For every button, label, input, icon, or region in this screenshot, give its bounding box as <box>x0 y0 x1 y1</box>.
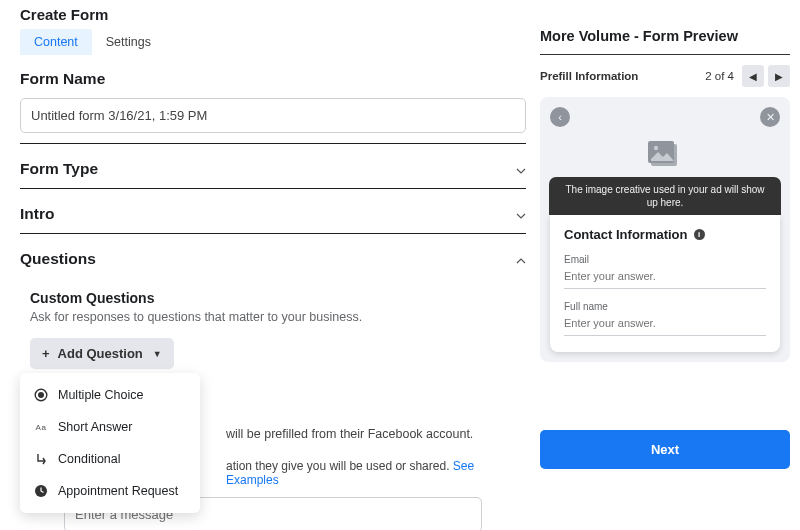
form-type-accordion[interactable]: Form Type <box>20 144 526 189</box>
menu-item-label: Appointment Request <box>58 484 178 498</box>
menu-item-conditional[interactable]: Conditional <box>20 443 200 475</box>
menu-item-multiple-choice[interactable]: Multiple Choice <box>20 379 200 411</box>
caret-down-icon: ▼ <box>153 349 162 359</box>
caret-left-icon: ◀ <box>749 71 757 82</box>
chevron-left-icon: ‹ <box>558 111 562 123</box>
close-icon: ✕ <box>766 111 775 124</box>
menu-item-short-answer[interactable]: Aa Short Answer <box>20 411 200 443</box>
branch-icon <box>34 452 48 466</box>
image-placeholder-icon <box>550 141 780 169</box>
email-input[interactable] <box>564 265 766 289</box>
email-label: Email <box>564 254 766 265</box>
add-question-button[interactable]: + Add Question ▼ <box>30 338 174 369</box>
caret-right-icon: ▶ <box>775 71 783 82</box>
preview-section-label: Prefill Information <box>540 70 638 82</box>
add-question-label: Add Question <box>58 346 143 361</box>
text-icon: Aa <box>34 420 48 434</box>
tab-content[interactable]: Content <box>20 29 92 55</box>
radio-icon <box>34 388 48 402</box>
fullname-label: Full name <box>564 301 766 312</box>
form-name-heading: Form Name <box>20 70 526 88</box>
menu-item-label: Multiple Choice <box>58 388 143 402</box>
menu-item-label: Conditional <box>58 452 121 466</box>
chevron-up-icon <box>516 254 526 264</box>
custom-questions-heading: Custom Questions <box>20 290 526 306</box>
tab-settings[interactable]: Settings <box>92 29 165 55</box>
chevron-down-icon <box>516 209 526 219</box>
svg-point-5 <box>654 146 658 150</box>
questions-label: Questions <box>20 250 96 268</box>
clock-icon <box>34 484 48 498</box>
form-type-label: Form Type <box>20 160 98 178</box>
preview-step-counter: 2 of 4 <box>705 70 734 82</box>
contact-card-heading: Contact Information <box>564 227 688 242</box>
chevron-down-icon <box>516 164 526 174</box>
preview-back-button[interactable]: ‹ <box>550 107 570 127</box>
questions-accordion[interactable]: Questions <box>20 234 526 278</box>
custom-questions-desc: Ask for responses to questions that matt… <box>20 310 526 324</box>
preview-phone-frame: ‹ ✕ The image creative used in your ad w… <box>540 97 790 362</box>
contact-card: Contact Information i Email Full name <box>550 215 780 352</box>
preview-prev-button[interactable]: ◀ <box>742 65 764 87</box>
menu-item-label: Short Answer <box>58 420 132 434</box>
prefill-info-text: will be prefilled from their Facebook ac… <box>226 427 526 441</box>
menu-item-appointment-request[interactable]: Appointment Request <box>20 475 200 507</box>
intro-accordion[interactable]: Intro <box>20 189 526 234</box>
form-name-input[interactable] <box>20 98 526 133</box>
add-question-menu: Multiple Choice Aa Short Answer Conditio… <box>20 373 200 513</box>
fullname-input[interactable] <box>564 312 766 336</box>
creative-banner-text: The image creative used in your ad will … <box>549 177 781 215</box>
prefill-desc-text: ation they give you will be used or shar… <box>226 459 453 473</box>
svg-point-1 <box>38 392 44 398</box>
plus-icon: + <box>42 346 50 361</box>
preview-next-button[interactable]: ▶ <box>768 65 790 87</box>
next-button[interactable]: Next <box>540 430 790 469</box>
preview-title: More Volume - Form Preview <box>540 8 790 44</box>
preview-close-button[interactable]: ✕ <box>760 107 780 127</box>
info-icon[interactable]: i <box>694 229 705 240</box>
tabs: Content Settings <box>20 29 526 56</box>
intro-label: Intro <box>20 205 54 223</box>
prefill-desc-row: ation they give you will be used or shar… <box>226 459 526 487</box>
page-title: Create Form <box>20 6 526 23</box>
